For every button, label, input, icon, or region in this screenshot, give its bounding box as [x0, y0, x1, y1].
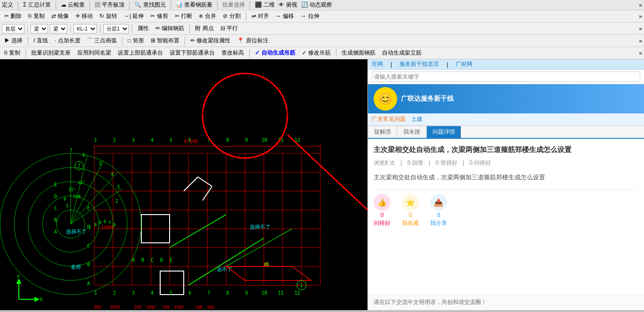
- btn-property[interactable]: 属性: [135, 23, 151, 34]
- svg-text:10: 10: [261, 137, 267, 143]
- btn-move[interactable]: ✛ 移动: [73, 11, 95, 22]
- btn-three-arc[interactable]: ⌒ 三点画弧: [85, 35, 119, 46]
- tab-detail[interactable]: 问题详情: [426, 126, 461, 138]
- svg-text:3: 3: [132, 290, 135, 296]
- btn-modify-segment[interactable]: ✏ 修改梁段属性: [188, 35, 233, 46]
- tab-weisou[interactable]: 我未搜: [397, 126, 426, 138]
- svg-text:A: A: [54, 229, 57, 234]
- menu-find-element[interactable]: 🔍 查找图元: [134, 1, 165, 9]
- svg-text:8: 8: [226, 137, 229, 143]
- btn-copy[interactable]: ⎘ 复制: [26, 11, 47, 22]
- btn-share[interactable]: 📤 0 我分享: [430, 194, 447, 227]
- menu-dynamic[interactable]: 🔄 动态观察: [301, 1, 332, 9]
- btn-apply-same-name[interactable]: 应用到同名梁: [75, 48, 114, 58]
- tab-yijie[interactable]: 疑解惑: [368, 126, 397, 138]
- meta-good: 0 答得好: [436, 160, 457, 166]
- btn-merge[interactable]: ⊕ 合并: [196, 11, 219, 22]
- toolbar-row3: 首层 梁 梁 KL-1 分层1 属性 ✏ 编辑钢筋 附 两点 ⊟ 平行 »: [0, 23, 644, 35]
- sep2: [70, 24, 71, 33]
- btn-break[interactable]: ✂ 打断: [172, 11, 195, 22]
- menu-summary[interactable]: Σ 汇总计算: [23, 1, 51, 9]
- toolbar-expand4[interactable]: »: [639, 38, 642, 44]
- cad-area[interactable]: 1 2 3 4 5 6 7 8 9 10 11 12 1 2 3 4 5 6: [0, 59, 367, 310]
- svg-text:老师: 老师: [71, 264, 81, 270]
- toolbar-expand3[interactable]: »: [639, 25, 642, 32]
- mascot-icon: 😊: [374, 87, 397, 111]
- btn-offset[interactable]: ↔ 偏移: [273, 11, 296, 22]
- btn-line[interactable]: / 直线: [31, 35, 50, 46]
- btn-trim[interactable]: ✂ 修剪: [148, 11, 170, 22]
- btn-point-length[interactable]: · 点加长度: [52, 35, 83, 46]
- like-label: 问得好: [374, 219, 391, 227]
- toolbar-expand5[interactable]: »: [639, 50, 642, 56]
- btn-star[interactable]: ⭐ 0 我收藏: [402, 194, 419, 227]
- menu-2d[interactable]: ⬛ 二维: [255, 1, 275, 9]
- help-link-guangdong[interactable]: 广东常见问题: [372, 115, 406, 123]
- meta-sep3: |: [463, 160, 464, 166]
- btn-rotate[interactable]: ↻ 旋转: [97, 11, 119, 22]
- btn-set-lower[interactable]: 设置下部筋通承台: [167, 48, 217, 58]
- help-link-civil[interactable]: 土建: [411, 115, 423, 123]
- toolbar-expand2[interactable]: »: [639, 13, 642, 20]
- svg-text:0: 0: [64, 197, 66, 201]
- btn-align[interactable]: ⇌ 对齐: [249, 11, 271, 22]
- btn-delete[interactable]: ✂ 删除: [2, 11, 24, 22]
- btn-rect[interactable]: □ 矩形: [125, 35, 147, 46]
- link-service[interactable]: 服务新干线首页: [399, 60, 439, 68]
- menu-cloud-check[interactable]: ☁ 云检查: [61, 1, 85, 9]
- menu-define[interactable]: 定义: [2, 1, 13, 9]
- svg-text:6500: 6500: [174, 305, 183, 310]
- btn-extend[interactable]: →| 延伸: [122, 11, 146, 22]
- btn-original-mark[interactable]: 📍 原位标注: [235, 35, 270, 46]
- svg-text:5: 5: [66, 204, 68, 208]
- question-meta: 浏览8 次 | 0 回答 | 0 答得好 | 0 问得好: [374, 159, 638, 167]
- svg-text:选择不了: 选择不了: [66, 229, 87, 234]
- toolbar-row4: ▶ 选择 / 直线 · 点加长度 ⌒ 三点画弧 □ 矩形 ⊞ 智能布置 ✏ 修改…: [0, 35, 644, 47]
- btn-mirror[interactable]: ⇄ 镜像: [49, 11, 71, 22]
- meta-helpful: 0 问得好: [469, 160, 491, 166]
- btn-like[interactable]: 👍 0 问得好: [374, 194, 391, 227]
- svg-text:1: 1: [300, 283, 303, 288]
- sep-link1: |: [391, 61, 392, 68]
- member-id-select[interactable]: KL-1: [73, 24, 97, 33]
- link-material[interactable]: 广材网: [456, 60, 473, 68]
- link-official[interactable]: 官网: [372, 60, 383, 68]
- btn-copy2[interactable]: ⎘ 复制: [2, 48, 23, 58]
- layer-select[interactable]: 分层1: [103, 24, 129, 33]
- search-input[interactable]: [372, 72, 640, 82]
- glidas-banner: 😊 广联达服务新干线: [368, 84, 644, 113]
- svg-text:9: 9: [245, 290, 248, 296]
- btn-two-point[interactable]: 附 两点: [193, 23, 216, 34]
- toolbar-expand[interactable]: »: [639, 2, 642, 8]
- member-type-select[interactable]: 梁: [31, 24, 48, 33]
- right-panel: 官网 | 服务新干线首页 | 广材网 😊 广联达服务新干线 广东常见问题 土建 …: [367, 59, 644, 310]
- svg-text:600: 600: [207, 305, 214, 310]
- btn-parallel[interactable]: ⊟ 平行: [218, 23, 240, 34]
- menu-batch-select[interactable]: 批量选择: [222, 1, 245, 9]
- btn-stretch[interactable]: ↔ 拉伸: [298, 11, 321, 22]
- footer-note: 请在以下交流中文明用语，共创和谐交流圈！: [368, 294, 644, 310]
- floor-select[interactable]: 首层: [2, 24, 24, 33]
- cad-svg: 1 2 3 4 5 6 7 8 9 10 11 12 1 2 3 4 5 6: [0, 59, 367, 310]
- btn-batch-id-seat[interactable]: 批量识别梁支座: [29, 48, 73, 58]
- btn-gen-side-rebar[interactable]: 生成侧面钢筋: [339, 48, 378, 58]
- btn-modify-hanger[interactable]: ✓ 修改吊筋: [300, 48, 333, 58]
- svg-text:6: 6: [82, 152, 85, 158]
- svg-text:Y: Y: [16, 274, 20, 280]
- btn-auto-hanger[interactable]: ✓ 自动生成吊筋: [253, 48, 297, 58]
- meta-sep2: |: [429, 160, 430, 166]
- menu-view[interactable]: 👁 俯视: [278, 1, 297, 9]
- btn-smart-layout[interactable]: ⊞ 智能布置: [148, 35, 182, 46]
- menu-align-top[interactable]: ▤ 平齐板顶: [95, 1, 124, 9]
- svg-text:E: E: [170, 257, 172, 263]
- btn-select[interactable]: ▶ 选择: [2, 35, 25, 46]
- btn-set-upper[interactable]: 设置上部筋通承台: [115, 48, 165, 58]
- btn-check-height[interactable]: 查改标高: [219, 48, 246, 58]
- svg-text:4: 4: [151, 137, 154, 143]
- btn-edit-rebar[interactable]: ✏ 编辑钢筋: [153, 23, 187, 34]
- member-name-select[interactable]: 梁: [50, 24, 67, 33]
- question-area: 主次梁相交处自动生成，次梁两侧加三道箍筋郑楼生成怎么设置 浏览8 次 | 0 回…: [368, 139, 644, 294]
- menu-view-rebar[interactable]: 📊 查看钢筋量: [176, 1, 212, 9]
- btn-split[interactable]: ⊘ 分割: [220, 11, 243, 22]
- btn-auto-gen-erect[interactable]: 自动生成架立筋: [380, 48, 424, 58]
